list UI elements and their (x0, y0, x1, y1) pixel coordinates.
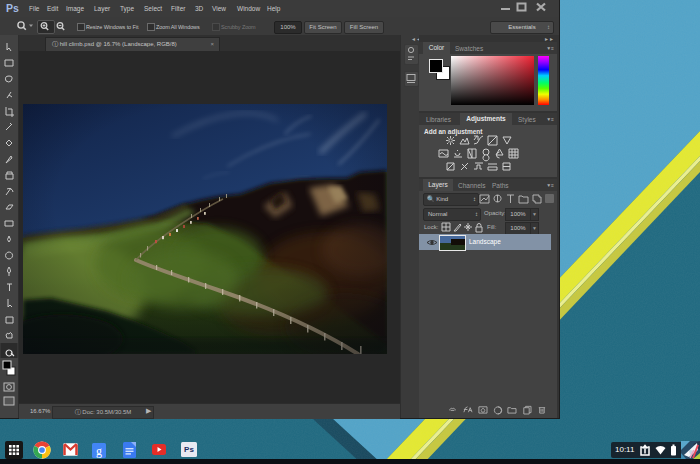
svg-text:g: g (96, 444, 102, 458)
